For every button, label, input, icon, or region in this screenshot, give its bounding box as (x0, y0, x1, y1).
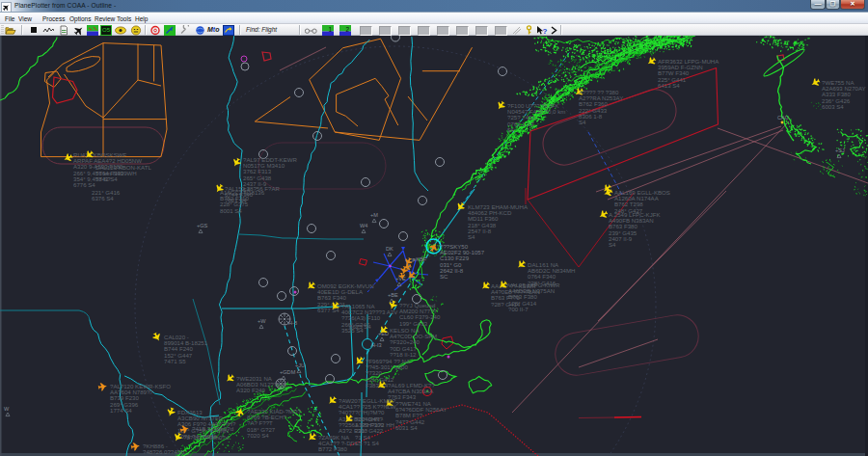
svg-text:+KBF: +KBF (413, 256, 427, 262)
svg-text:+M: +M (370, 212, 378, 218)
svg-text:H-I3: H-I3 (371, 342, 382, 348)
svg-text:DK: DK (386, 246, 393, 252)
svg-text:CAU: CAU (777, 115, 789, 121)
svg-text:8625 S4: 8625 S4 (349, 323, 371, 330)
svg-text:+GDM: +GDM (280, 369, 296, 375)
svg-text:+JU: +JU (295, 362, 305, 368)
svg-text:+SJ: +SJ (835, 148, 845, 153)
svg-text:H-8: H-8 (288, 320, 297, 326)
svg-text:+GS: +GS (197, 223, 208, 228)
svg-text:2: 2 (346, 26, 350, 33)
svg-text:+W: +W (258, 318, 266, 324)
svg-text:+BE: +BE (388, 292, 398, 298)
svg-text:W4: W4 (360, 223, 367, 228)
svg-text:?8?1G ??08h0?d: ?8?1G ??08h0?d (183, 434, 229, 441)
svg-text:?: ? (543, 27, 548, 36)
svg-text:?41B ?7?9h0?d: ?41B ?7?9h0?d (192, 425, 233, 432)
svg-text:1: 1 (329, 26, 333, 33)
svg-text:W: W (4, 406, 10, 412)
